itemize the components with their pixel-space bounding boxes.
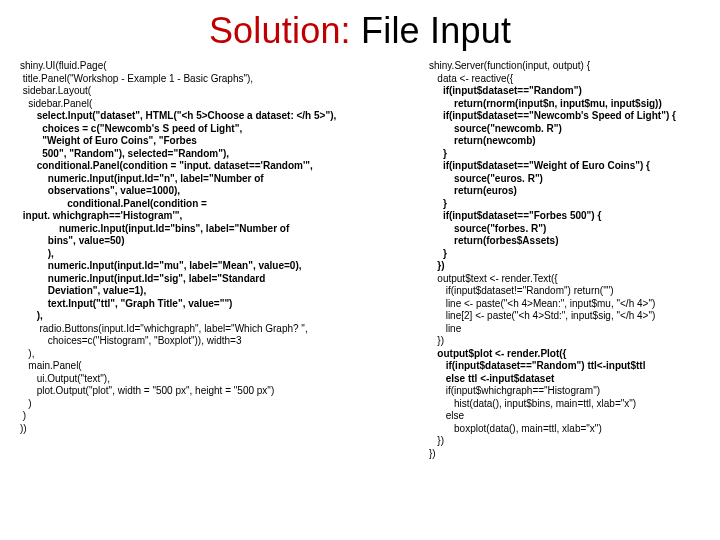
code-line: conditional.Panel(condition = "input. da…	[20, 160, 415, 173]
code-line: data <- reactive({	[429, 73, 699, 86]
code-line: line	[429, 323, 699, 336]
code-line: sidebar.Panel(	[20, 98, 415, 111]
code-line: observations", value=1000),	[20, 185, 415, 198]
slide: Solution: File Input shiny.UI(fluid.Page…	[0, 0, 720, 540]
code-line: }	[429, 148, 699, 161]
code-line: choices=c("Histogram", "Boxplot")), widt…	[20, 335, 415, 348]
code-line: else	[429, 410, 699, 423]
code-line: ),	[20, 348, 415, 361]
code-line: if(input$dataset=="Weight of Euro Coins"…	[429, 160, 699, 173]
code-line: shiny.Server(function(input, output) {	[429, 60, 699, 73]
code-line: source("newcomb. R")	[429, 123, 699, 136]
code-line: ),	[20, 248, 415, 261]
code-line: }	[429, 198, 699, 211]
code-line: source("euros. R")	[429, 173, 699, 186]
code-line: plot.Output("plot", width = "500 px", he…	[20, 385, 415, 398]
code-line: })	[429, 260, 699, 273]
code-line: main.Panel(	[20, 360, 415, 373]
code-line: numeric.Input(input.Id="sig", label="Sta…	[20, 273, 415, 286]
code-line: boxplot(data(), main=ttl, xlab="x")	[429, 423, 699, 436]
code-columns: shiny.UI(fluid.Page( title.Panel("Worksh…	[20, 60, 700, 460]
code-line: })	[429, 335, 699, 348]
code-line: text.Input("ttl", "Graph Title", value="…	[20, 298, 415, 311]
code-line: if(input$dataset=="Random") ttl<-input$t…	[429, 360, 699, 373]
code-line: source("forbes. R")	[429, 223, 699, 236]
code-line: conditional.Panel(condition =	[20, 198, 415, 211]
code-line: ))	[20, 423, 415, 436]
code-line: )	[20, 398, 415, 411]
code-line: else ttl <-input$dataset	[429, 373, 699, 386]
code-line: output$text <- render.Text({	[429, 273, 699, 286]
code-line: line[2] <- paste("<h 4>Std:", input$sig,…	[429, 310, 699, 323]
title-highlight: Solution:	[209, 10, 351, 51]
code-line: choices = c("Newcomb's S peed of Light",	[20, 123, 415, 136]
code-line: numeric.Input(input.Id="mu", label="Mean…	[20, 260, 415, 273]
title-rest: File Input	[351, 10, 511, 51]
code-line: hist(data(), input$bins, main=ttl, xlab=…	[429, 398, 699, 411]
code-line: "Weight of Euro Coins", "Forbes	[20, 135, 415, 148]
code-line: radio.Buttons(input.Id="whichgraph", lab…	[20, 323, 415, 336]
code-line: 500", "Random"), selected="Random"),	[20, 148, 415, 161]
ui-code-block: shiny.UI(fluid.Page( title.Panel("Worksh…	[20, 60, 415, 460]
code-line: bins", value=50)	[20, 235, 415, 248]
code-line: return(euros)	[429, 185, 699, 198]
code-line: }	[429, 248, 699, 261]
code-line: title.Panel("Workshop - Example 1 - Basi…	[20, 73, 415, 86]
code-line: select.Input("dataset", HTML("<h 5>Choos…	[20, 110, 415, 123]
code-line: })	[429, 448, 699, 461]
code-line: if(input$dataset!="Random") return("")	[429, 285, 699, 298]
code-line: if(input$dataset=="Newcomb's Speed of Li…	[429, 110, 699, 123]
server-code-block: shiny.Server(function(input, output) { d…	[429, 60, 699, 460]
code-line: numeric.Input(input.Id="n", label="Numbe…	[20, 173, 415, 186]
code-line: return(forbes$Assets)	[429, 235, 699, 248]
code-line: Deviation", value=1),	[20, 285, 415, 298]
code-line: ),	[20, 310, 415, 323]
code-line: output$plot <- render.Plot({	[429, 348, 699, 361]
code-line: })	[429, 435, 699, 448]
code-line: shiny.UI(fluid.Page(	[20, 60, 415, 73]
code-line: if(input$dataset=="Random")	[429, 85, 699, 98]
code-line: if(input$whichgraph=="Histogram")	[429, 385, 699, 398]
code-line: input. whichgraph=='Histogram'",	[20, 210, 415, 223]
code-line: line <- paste("<h 4>Mean:", input$mu, "<…	[429, 298, 699, 311]
slide-title: Solution: File Input	[20, 10, 700, 52]
code-line: numeric.Input(input.Id="bins", label="Nu…	[20, 223, 415, 236]
code-line: ui.Output("text"),	[20, 373, 415, 386]
code-line: sidebar.Layout(	[20, 85, 415, 98]
code-line: return(rnorm(input$n, input$mu, input$si…	[429, 98, 699, 111]
code-line: )	[20, 410, 415, 423]
code-line: if(input$dataset=="Forbes 500") {	[429, 210, 699, 223]
code-line: return(newcomb)	[429, 135, 699, 148]
